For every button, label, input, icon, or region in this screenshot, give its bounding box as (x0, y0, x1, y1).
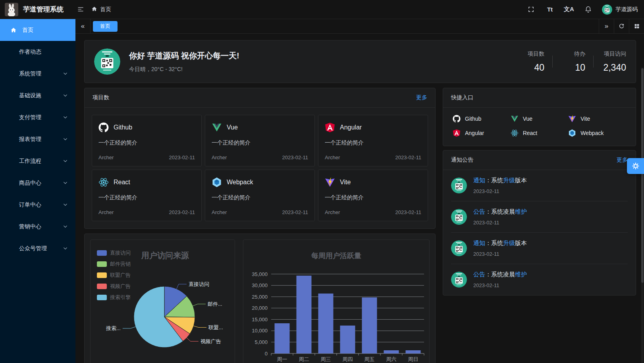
notice-item-0[interactable]: 通知：系统升级版本 2023-02-11 (451, 170, 628, 201)
language-icon[interactable]: 文A (562, 3, 576, 16)
font-size-icon[interactable]: Tt (543, 3, 557, 16)
shortcut-github[interactable]: Github (453, 115, 511, 123)
tab-0[interactable]: 首页 (93, 21, 118, 32)
notice-item-3[interactable]: 公告：系统凌晨维护 2023-02-11 (451, 264, 628, 295)
shortcut-angular[interactable]: Angular (453, 129, 511, 137)
react-icon (98, 177, 109, 187)
settings-drawer-button[interactable] (627, 158, 644, 174)
project-card-react[interactable]: React 一个正经的简介 Archer2023-02-11 (92, 170, 202, 221)
breadcrumb[interactable]: 首页 (91, 6, 111, 13)
sidebar-item-4[interactable]: 支付管理 (0, 106, 75, 128)
refresh-icon[interactable] (614, 19, 629, 33)
project-author: Archer (98, 154, 114, 160)
angular-icon (453, 129, 461, 137)
layout-grid-icon[interactable] (629, 19, 644, 33)
shortcut-react[interactable]: React (511, 129, 569, 137)
chevron-down-icon (62, 180, 68, 186)
pie-legend: 直接访问 邮件营销 联盟广告 视频广告 搜索引擎 (97, 249, 131, 301)
sidebar-item-label: 支付管理 (10, 114, 58, 121)
sidebar-item-label: 工作流程 (10, 158, 58, 165)
project-card-vite[interactable]: Vite 一个正经的简介 Archer2023-02-11 (318, 170, 428, 221)
user-avatar (602, 4, 612, 15)
shortcut-vite[interactable]: Vite (568, 115, 626, 123)
scrollbar-thumb[interactable] (641, 68, 644, 283)
legend-item-3[interactable]: 视频广告 (97, 283, 131, 290)
chevron-down-icon (62, 114, 68, 120)
scrollbar-track[interactable] (641, 68, 644, 363)
sidebar-item-5[interactable]: 报表管理 (0, 128, 75, 150)
project-author: Archer (212, 209, 227, 215)
projects-card: 项目数 更多 Github 一个正经的简介 Archer2023-02-11 V… (84, 88, 436, 229)
sidebar-item-10[interactable]: 公众号管理 (0, 237, 75, 259)
notification-bell-icon[interactable] (581, 3, 595, 16)
sidebar-item-7[interactable]: 商品中心 (0, 172, 75, 194)
sidebar-item-1[interactable]: 作者动态 (0, 41, 75, 63)
sidebar-item-2[interactable]: 系统管理 (0, 63, 75, 85)
project-card-webpack[interactable]: Webpack 一个正经的简介 Archer2023-02-11 (205, 170, 315, 221)
project-card-angular[interactable]: Angular 一个正经的简介 Archer2023-02-11 (318, 115, 428, 166)
react-icon (511, 129, 519, 137)
shortcut-webpack[interactable]: Webpack (568, 129, 626, 137)
qr-avatar (451, 178, 467, 193)
project-card-github[interactable]: Github 一个正经的简介 Archer2023-02-11 (92, 115, 202, 166)
qr-avatar (451, 272, 467, 288)
sidebar-item-6[interactable]: 工作流程 (0, 150, 75, 172)
fullscreen-icon (528, 6, 534, 13)
sidebar-item-0[interactable]: 首页 (0, 19, 75, 41)
top-header: 芋道管理系统 首页 Tt 文A 芋道源码 (0, 0, 644, 19)
project-card-vue[interactable]: Vue 一个正经的简介 Archer2023-02-11 (205, 115, 315, 166)
tabs-scroll-right-button[interactable]: » (599, 19, 614, 33)
sidebar-item-3[interactable]: 基础设施 (0, 85, 75, 106)
fullscreen-icon[interactable] (524, 3, 538, 16)
chevron-down-icon (62, 202, 68, 208)
github-icon (98, 122, 109, 133)
legend-label: 联盟广告 (110, 272, 131, 279)
shortcut-vue[interactable]: Vue (511, 115, 569, 123)
sidebar-menu: 首页 作者动态 系统管理 基础设施 支付管理 报表管理 工作流程 商品中心 订单 (0, 19, 75, 363)
sidebar-item-label: 系统管理 (10, 70, 58, 77)
stat-todo: 待办 10 (561, 50, 585, 73)
notice-item-2[interactable]: 通知：系统升级版本 2023-02-11 (451, 233, 628, 264)
svg-text:35,000: 35,000 (252, 271, 268, 277)
notices-list: 通知：系统升级版本 2023-02-11 公告：系统凌晨维护 2023-02-1… (443, 170, 636, 295)
project-desc: 一个正经的简介 (98, 194, 195, 201)
shortcuts-card-title: 快捷入口 (451, 94, 473, 101)
notice-title: 通知：系统升级版本 (473, 177, 527, 184)
legend-swatch (97, 261, 107, 267)
user-menu[interactable]: 芋道源码 (602, 4, 638, 15)
svg-text:0: 0 (265, 351, 268, 357)
project-author: Archer (325, 154, 340, 160)
app-logo[interactable] (5, 3, 18, 16)
projects-more-link[interactable]: 更多 (416, 94, 427, 101)
shortcuts-card: 快捷入口 Github Vue Vite Angular React Webpa… (443, 88, 636, 146)
rabbit-logo (5, 3, 18, 16)
menu-fold-icon[interactable] (74, 3, 87, 16)
project-name: React (114, 179, 130, 186)
sidebar-item-label: 营销中心 (10, 223, 58, 230)
notice-item-1[interactable]: 公告：系统凌晨维护 2023-02-11 (451, 201, 628, 233)
project-date: 2023-02-11 (282, 209, 308, 215)
sidebar-item-8[interactable]: 订单中心 (0, 194, 75, 216)
tabs-scroll-left-button[interactable]: « (75, 19, 91, 33)
notices-more-link[interactable]: 更多 (617, 156, 628, 164)
refresh-icon (618, 23, 625, 30)
notices-card: 通知公告 更多 通知：系统升级版本 2023-02-11 (443, 150, 636, 295)
shortcut-label: Angular (465, 130, 484, 136)
notice-title: 公告：系统凌晨维护 (473, 271, 527, 278)
svg-text:10,000: 10,000 (252, 328, 268, 334)
svg-text:周五: 周五 (364, 356, 375, 362)
project-desc: 一个正经的简介 (325, 139, 421, 147)
svg-text:周一: 周一 (277, 356, 287, 362)
legend-item-0[interactable]: 直接访问 (97, 249, 131, 257)
sidebar-item-9[interactable]: 营销中心 (0, 216, 75, 237)
project-name: Github (114, 124, 132, 131)
stat-visits: 项目访问 2,340 (602, 50, 626, 73)
legend-item-2[interactable]: 联盟广告 (97, 272, 131, 279)
legend-item-4[interactable]: 搜索引擎 (97, 294, 131, 301)
notice-date: 2023-02-11 (473, 188, 527, 194)
webpack-icon (568, 129, 576, 137)
stat-label: 项目数 (528, 50, 544, 58)
sidebar-item-label: 商品中心 (10, 180, 58, 187)
notice-avatar (451, 240, 467, 256)
legend-item-1[interactable]: 邮件营销 (97, 261, 131, 268)
